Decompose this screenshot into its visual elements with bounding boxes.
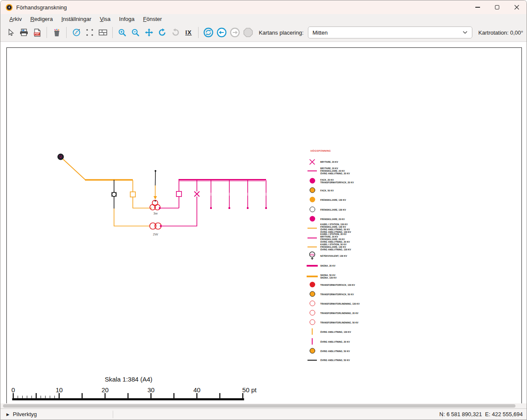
scalebar-tick-label: 10 <box>56 386 63 394</box>
forward-button[interactable] <box>229 26 240 38</box>
stop-icon <box>243 27 253 38</box>
toolbar-separator <box>112 27 113 38</box>
menu-item-visa[interactable]: Visa <box>96 15 114 23</box>
legend-item-label: FACK, 20 KVTRANSFORMATORFACK, 20 KV <box>320 178 354 183</box>
cursor-icon <box>7 29 15 36</box>
legend-symbol-vline <box>307 338 318 345</box>
legend-item-label: ÖVRIG ANSLUTNING, 130 KV <box>320 330 351 333</box>
scalebar-title: Skala 1:384 (A4) <box>105 376 152 383</box>
legend-symbol-circle <box>307 291 318 297</box>
north-arrow-button[interactable] <box>70 26 82 38</box>
menu-item-infoga[interactable]: Infoga <box>115 15 138 23</box>
legend-item-label: TRANSFORMATORLINDNING, 130 KV <box>320 302 360 305</box>
legend-item: TRANSFORMATORLINDNING, 50 KV <box>307 320 358 325</box>
legend-symbol-hline <box>307 360 318 361</box>
legend-symbol-circle <box>307 301 318 306</box>
color-bucket-button[interactable] <box>51 26 62 38</box>
legend-item: KABEL I STATION, 130 KVFRÅNSKILJARE, 130… <box>307 223 351 233</box>
map-placement-select[interactable]: Mitten <box>308 26 472 38</box>
scale-bar: Skala 1:384 (A4)01020304050 pt <box>6 371 267 401</box>
index-scale-button[interactable]: IX <box>183 26 194 38</box>
menu-item-redigera[interactable]: Redigera <box>26 15 57 23</box>
legend-item-label: FRÅNSKILJARE, 20 KV <box>320 217 345 220</box>
minimize-button[interactable] <box>468 0 487 14</box>
legend-item-label: FACK, 50 KV <box>320 189 334 191</box>
legend-item-label: TRANSFORMATORFACK, 130 KV <box>320 283 355 286</box>
toolbar-separator <box>47 27 47 38</box>
legend-item-label: NÄTEKVIVALENT, 130 KV <box>320 255 347 257</box>
arrow-left-icon <box>217 27 227 38</box>
scalebar-tick-label: 20 <box>102 386 109 394</box>
menu-item-inställningar[interactable]: Inställningar <box>58 15 95 23</box>
legend-symbol-equivalent: EQ <box>307 251 318 261</box>
app-icon <box>6 4 13 11</box>
legend-symbol-circle <box>307 197 318 203</box>
table-icon <box>99 29 107 35</box>
menu-item-fönster[interactable]: Fönster <box>139 15 166 23</box>
legend-symbol-thickline <box>307 265 318 267</box>
legend-item-label: KABEL I STATION, 130 KVFRÅNSKILJARE, 130… <box>320 223 351 233</box>
legend-item-label: KABEL I STATION, 20 KVBRYTARE, 20 KVFRÅN… <box>320 233 350 243</box>
legend-item: BRYTARE, 20 KV <box>307 159 338 165</box>
legend-item: ÖVRIG ANSLUTNING, 50 KV <box>307 359 350 361</box>
zoom-out-button[interactable] <box>130 26 141 38</box>
page-border <box>6 47 522 403</box>
pdf-icon: PDF <box>33 29 41 37</box>
rotate-cw-button[interactable] <box>156 26 168 38</box>
legend-item: FRÅNSKILJARE, 20 KV <box>307 216 345 222</box>
map-placement-label: Kartans placering: <box>259 29 304 36</box>
legend-item: FRÅNSKILJARE, 130 KV <box>307 197 346 203</box>
legend-symbol-circle <box>307 207 318 212</box>
legend-item-label: ÖVRIG ANSLUTNING, 50 KV <box>320 350 350 352</box>
legend-item: FRÅNSKILJARE, 130 KV <box>307 207 346 212</box>
legend-item: ÖVRIG ANSLUTNING, 130 KV <box>307 329 351 335</box>
statusbar-divider <box>113 411 113 418</box>
legend-item-label: ÖVRIG ANSLUTNING, 50 KV <box>320 359 350 361</box>
menu-item-arkiv[interactable]: Arkiv <box>6 15 26 23</box>
legend-symbol-circle <box>307 348 318 354</box>
legend-item-label: TRANSFORMATORLINDNING, 20 KV <box>320 311 358 314</box>
zoom-out-icon <box>132 29 140 37</box>
legend-item: TRANSFORMATORFACK, 50 KV <box>307 291 354 297</box>
titlebar: Förhandsgranskning <box>0 0 527 14</box>
export-pdf-button[interactable]: PDF <box>31 26 43 38</box>
zoom-in-button[interactable] <box>117 26 128 38</box>
print-button[interactable] <box>18 26 29 38</box>
select-tool-button[interactable] <box>5 26 16 38</box>
minimize-icon <box>475 7 480 7</box>
rotate-ccw-button[interactable] <box>170 26 181 38</box>
pan-button[interactable] <box>143 26 155 38</box>
toolbar-separator <box>66 27 67 38</box>
legend-item: FACK, 50 KV <box>307 188 334 193</box>
refresh-icon <box>203 27 214 38</box>
back-button[interactable] <box>216 26 227 38</box>
legend-symbol-circle <box>307 216 318 222</box>
legend-symbol-hline <box>307 238 318 238</box>
map-canvas[interactable]: 3w 2W HÖGSPÄNNING BRYTARE, 20 KVBRYTARE,… <box>0 42 527 403</box>
svg-text:EQ: EQ <box>310 253 314 256</box>
coordinates-label: N: 6 581 890,321 E: 422 555,694 <box>439 411 523 417</box>
legend-item: KABEL I STATION, 50 KVFRÅNSKILJARE, 130 … <box>307 243 351 251</box>
legend-item: ÖVRIG ANSLUTNING, 20 KV <box>307 338 350 345</box>
legend-item: BRYTARE, 20 KVFRÅNSKILJARE, 20 KVÖVRIG A… <box>307 167 350 175</box>
zoom-in-icon <box>118 29 126 37</box>
legend-symbol-hline <box>307 247 318 247</box>
legend-symbol-circle <box>307 282 318 288</box>
close-button[interactable] <box>507 0 527 14</box>
horizontal-scrollbar[interactable] <box>0 403 527 408</box>
stop-button[interactable] <box>242 26 254 38</box>
refresh-button[interactable] <box>202 26 214 38</box>
scrollbar-thumb[interactable] <box>3 404 515 408</box>
maximize-button[interactable] <box>487 0 507 14</box>
legend-table-button[interactable] <box>97 26 108 38</box>
legend-item-label: SKENA, 50 KVSKENA, 130 KV <box>320 274 337 279</box>
svg-text:PDF: PDF <box>35 32 39 35</box>
legend-item-label: BRYTARE, 20 KV <box>320 161 338 163</box>
expander-icon[interactable]: ▶ <box>6 412 9 417</box>
scalebar-tick-label: 0 <box>12 386 15 394</box>
legend-symbol-circle <box>307 178 318 184</box>
corner-points-button[interactable] <box>84 26 95 38</box>
legend-symbol-vline <box>307 329 318 335</box>
window-title: Förhandsgranskning <box>16 4 67 11</box>
printer-icon <box>20 29 28 36</box>
